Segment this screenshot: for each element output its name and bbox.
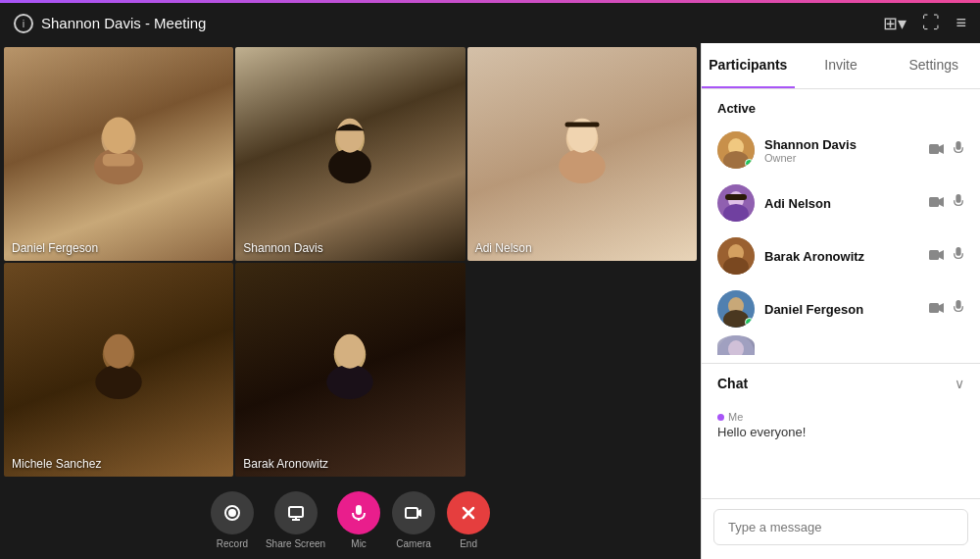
svg-point-5 [329, 149, 372, 183]
svg-rect-46 [956, 247, 960, 256]
participant-icons-barak [929, 247, 964, 265]
video-area: Daniel Fergeson Shannon Davis [0, 43, 701, 559]
sender-name: Me [728, 411, 743, 423]
more-participants [702, 335, 980, 363]
svg-rect-38 [929, 197, 939, 207]
chat-message-0: Me Hello everyone! [717, 411, 964, 439]
control-bar: Record Share Screen Mic Camera [0, 481, 701, 559]
svg-point-13 [104, 334, 133, 369]
avatar-adi [717, 184, 755, 222]
label-adi: Adi Nelson [475, 241, 532, 255]
video-cell-daniel: Daniel Fergeson [4, 47, 233, 261]
video-cell-shannon: Shannon Davis [235, 47, 465, 261]
mic-icon-daniel [953, 300, 964, 318]
video-icon-adi [929, 194, 945, 212]
video-grid: Daniel Fergeson Shannon Davis [0, 43, 701, 481]
svg-marker-45 [939, 250, 944, 260]
participant-name-barak: Barak Aronowitz [764, 249, 919, 264]
mic-icon-shannon [953, 141, 964, 159]
participant-info-barak: Barak Aronowitz [764, 249, 919, 264]
video-cell-barak: Barak Aronowitz [235, 263, 465, 477]
tab-participants[interactable]: Participants [702, 43, 795, 88]
svg-rect-40 [956, 194, 960, 203]
svg-rect-31 [929, 144, 939, 154]
svg-point-15 [327, 365, 374, 399]
tab-invite[interactable]: Invite [795, 43, 888, 88]
participant-name-adi: Adi Nelson [764, 196, 919, 211]
record-label: Record [217, 538, 248, 549]
svg-point-8 [559, 149, 606, 183]
label-michele: Michele Sanchez [12, 457, 101, 471]
mic-label: Mic [351, 538, 367, 549]
video-cell-adi: Adi Nelson [467, 47, 697, 261]
avatar-barak [717, 237, 755, 275]
chat-title: Chat [717, 376, 748, 391]
participant-info-adi: Adi Nelson [764, 196, 919, 211]
svg-rect-44 [929, 250, 939, 260]
participant-icons-adi [929, 194, 964, 212]
chat-messages: Me Hello everyone! [702, 403, 980, 462]
participant-name-daniel: Daniel Fergeson [764, 302, 919, 317]
participant-info-daniel: Daniel Fergeson [764, 302, 919, 317]
grid-icon[interactable]: ⊞▾ [883, 13, 906, 34]
main-content: Daniel Fergeson Shannon Davis [0, 43, 980, 559]
chat-input[interactable] [713, 509, 968, 545]
chat-text-0: Hello everyone! [717, 425, 964, 439]
svg-point-2 [103, 118, 135, 155]
mic-icon-adi [953, 194, 964, 212]
svg-point-6 [337, 119, 365, 153]
avatar-shannon [717, 131, 755, 169]
svg-point-16 [335, 334, 365, 369]
online-dot-shannon [745, 159, 754, 168]
expand-icon[interactable]: ⛶ [922, 13, 940, 33]
sidebar-body: Active Shannon Davis Owner [702, 89, 980, 498]
menu-icon[interactable]: ≡ [956, 13, 966, 33]
svg-rect-10 [564, 123, 599, 127]
svg-rect-33 [956, 141, 960, 150]
video-icon-barak [929, 247, 945, 265]
svg-rect-22 [356, 505, 362, 515]
svg-marker-51 [939, 303, 944, 313]
record-button[interactable]: Record [211, 491, 254, 549]
sender-dot [717, 414, 724, 421]
participant-item-shannon: Shannon Davis Owner [702, 124, 980, 177]
svg-rect-3 [103, 154, 135, 167]
svg-marker-39 [939, 197, 944, 207]
camera-label: Camera [396, 538, 431, 549]
share-screen-label: Share Screen [266, 538, 325, 549]
video-icon-shannon [929, 141, 945, 159]
label-shannon: Shannon Davis [243, 241, 322, 255]
participant-role-shannon: Owner [764, 152, 919, 164]
svg-rect-24 [406, 508, 417, 518]
info-icon[interactable]: i [14, 14, 33, 33]
top-bar-left: i Shannon Davis - Meeting [14, 14, 206, 33]
participant-info-shannon: Shannon Davis Owner [764, 137, 919, 164]
svg-rect-52 [956, 300, 960, 309]
top-bar: i Shannon Davis - Meeting ⊞▾ ⛶ ≡ [0, 0, 980, 43]
chat-input-area [702, 498, 980, 559]
chat-sender-0: Me [717, 411, 964, 423]
end-button[interactable]: End [447, 491, 490, 549]
participant-icons-daniel [929, 300, 964, 318]
participant-item-adi: Adi Nelson [702, 177, 980, 229]
end-label: End [460, 538, 477, 549]
video-cell-michele: Michele Sanchez [4, 263, 233, 477]
chat-header[interactable]: Chat ∨ [702, 364, 980, 403]
svg-rect-19 [289, 507, 303, 517]
mic-button[interactable]: Mic [337, 491, 380, 549]
participant-icons-shannon [929, 141, 964, 159]
meeting-title: Shannon Davis - Meeting [41, 15, 206, 31]
mic-icon-barak [953, 247, 964, 265]
avatar-partial [717, 335, 755, 355]
sidebar: Participants Invite Settings Active Shan… [701, 43, 980, 559]
svg-point-18 [228, 509, 236, 517]
svg-rect-37 [725, 194, 747, 200]
tab-settings[interactable]: Settings [887, 43, 980, 88]
camera-button[interactable]: Camera [392, 491, 435, 549]
top-bar-right: ⊞▾ ⛶ ≡ [883, 13, 966, 34]
share-screen-button[interactable]: Share Screen [266, 491, 325, 549]
avatar-daniel [717, 290, 755, 328]
participant-item-barak: Barak Aronowitz [702, 229, 980, 282]
sidebar-tabs: Participants Invite Settings [702, 43, 980, 89]
active-section-title: Active [702, 89, 980, 124]
